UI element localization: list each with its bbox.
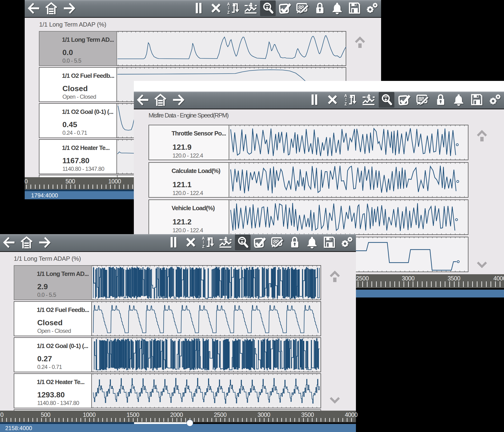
svg-text:Z: Z xyxy=(202,245,205,248)
svg-text:A: A xyxy=(202,236,205,240)
svg-text:Z: Z xyxy=(227,10,230,14)
svg-text:Z: Z xyxy=(344,102,347,106)
svg-text:A: A xyxy=(227,2,230,6)
svg-text:A: A xyxy=(344,94,347,98)
